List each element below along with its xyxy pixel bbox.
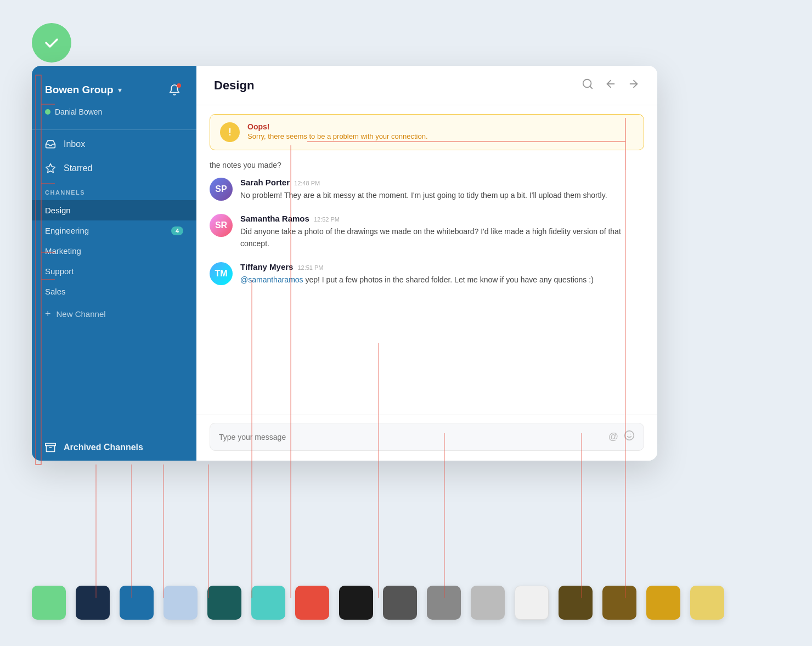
message-input[interactable] [219,433,603,441]
sidebar-item-support[interactable]: Support [32,261,196,281]
message-author: Tiffany Myers [240,262,293,271]
sidebar-item-marketing[interactable]: Marketing [32,241,196,261]
message-text: @samantharamos yep! I put a few photos i… [240,274,644,286]
online-status-dot [45,109,50,115]
emoji-icon[interactable] [624,430,635,444]
sidebar-item-engineering[interactable]: Engineering 4 [32,220,196,241]
inbox-icon [45,139,56,150]
swatches-row [32,586,724,620]
table-row: TM Tiffany Myers 12:51 PM @samantharamos… [210,262,644,286]
swatch-darkyellow[interactable] [602,586,636,620]
starred-label: Starred [64,163,92,173]
success-badge [32,23,71,63]
main-content: Design [196,66,657,461]
mention-tag: @samantharamos [240,275,303,284]
message-text: Did anyone take a photo of the drawings … [240,225,644,250]
svg-rect-1 [46,444,55,446]
message-author: Sarah Porter [240,178,290,187]
message-time: 12:48 PM [294,180,320,186]
message-time: 12:51 PM [297,264,323,271]
swatch-lightblue[interactable] [163,586,198,620]
avatar: SP [210,178,233,201]
error-banner: ! Oops! Sorry, there seems to be a probl… [210,114,644,150]
message-header: Tiffany Myers 12:51 PM [240,262,644,271]
main-header: Design [196,66,657,105]
message-content: Samantha Ramos 12:52 PM Did anyone take … [240,214,644,250]
forward-arrow-icon[interactable] [628,78,640,93]
swatch-teal[interactable] [207,586,241,620]
swatch-mint[interactable] [251,586,285,620]
swatch-lightyellow[interactable] [690,586,724,620]
archived-channels-label: Archived Channels [64,443,143,452]
chevron-down-icon[interactable]: ▾ [118,86,122,94]
swatch-lightgray[interactable] [471,586,505,620]
swatch-blue[interactable] [120,586,154,620]
sidebar: Bowen Group ▾ Danial Bowen Inbox [32,66,196,461]
error-message: Sorry, there seems to be a problem with … [247,132,634,140]
sidebar-item-sales[interactable]: Sales [32,281,196,302]
new-channel-label: New Channel [57,309,106,319]
swatch-gray[interactable] [427,586,461,620]
swatch-black[interactable] [339,586,373,620]
channels-section-label: CHANNELS [32,180,196,200]
error-icon: ! [220,122,240,142]
header-actions [582,78,640,93]
error-title: Oops! [247,122,634,131]
workspace-name: Bowen Group [45,84,114,96]
sidebar-item-design[interactable]: Design [32,200,196,220]
back-arrow-icon[interactable] [605,78,617,93]
archived-channels-button[interactable]: Archived Channels [32,434,196,461]
message-text-after: yep! I put a few photos in the shared fo… [305,275,593,284]
archive-icon [45,442,56,453]
search-icon[interactable] [582,78,594,93]
inbox-label: Inbox [64,139,85,149]
message-time: 12:52 PM [314,216,340,223]
swatch-red[interactable] [295,586,329,620]
user-status: Danial Bowen [32,107,196,127]
engineering-channel-label: Engineering [45,226,89,235]
notification-bell[interactable] [166,81,183,99]
plus-icon: + [45,308,51,320]
swatch-darkgray[interactable] [383,586,417,620]
svg-marker-0 [46,164,55,173]
message-content: Tiffany Myers 12:51 PM @samantharamos ye… [240,262,644,286]
message-input-wrap: @ [210,423,644,451]
message-author: Samantha Ramos [240,214,309,223]
message-header: Samantha Ramos 12:52 PM [240,214,644,223]
avatar: SR [210,214,233,237]
channel-title: Design [214,78,254,93]
input-area: @ [196,415,657,461]
table-row: SR Samantha Ramos 12:52 PM Did anyone ta… [210,214,644,250]
notification-dot [177,83,181,88]
mention-icon[interactable]: @ [608,431,618,443]
swatch-green[interactable] [32,586,66,620]
sidebar-header: Bowen Group ▾ [32,66,196,107]
swatch-olive[interactable] [559,586,593,620]
messages-area[interactable]: SP Sarah Porter 12:48 PM No problem! The… [196,171,657,415]
star-icon [45,163,56,174]
sidebar-divider [32,129,196,130]
sidebar-item-inbox[interactable]: Inbox [32,132,196,156]
sidebar-item-starred[interactable]: Starred [32,156,196,180]
marketing-channel-label: Marketing [45,246,81,256]
message-content: Sarah Porter 12:48 PM No problem! They a… [240,178,644,201]
swatch-white[interactable] [515,586,549,620]
engineering-badge: 4 [171,226,183,235]
sales-channel-label: Sales [45,287,66,296]
avatar: TM [210,262,233,285]
previous-message-snippet: the notes you made? [196,155,657,171]
message-header: Sarah Porter 12:48 PM [240,178,644,187]
swatch-yellow[interactable] [646,586,680,620]
workspace-info: Bowen Group ▾ [45,84,122,96]
swatch-darkblue[interactable] [76,586,110,620]
svg-point-7 [625,431,634,440]
app-window: Bowen Group ▾ Danial Bowen Inbox [32,66,657,461]
message-text: No problem! They are a bit messy at the … [240,189,644,201]
svg-line-4 [590,86,592,88]
user-name: Danial Bowen [55,107,102,116]
error-text: Oops! Sorry, there seems to be a problem… [247,122,634,140]
support-channel-label: Support [45,267,74,276]
design-channel-label: Design [45,206,71,215]
table-row: SP Sarah Porter 12:48 PM No problem! The… [210,178,644,201]
new-channel-button[interactable]: + New Channel [32,302,196,326]
